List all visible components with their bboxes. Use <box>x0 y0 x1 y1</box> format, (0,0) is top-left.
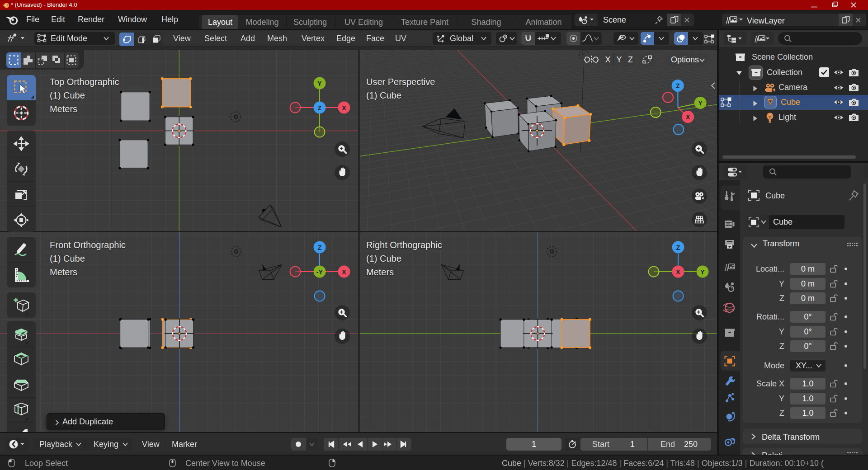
svg-text:Z: Z <box>676 82 680 89</box>
svg-text:Y: Y <box>700 268 705 276</box>
svg-text:Y: Y <box>317 80 322 87</box>
svg-text:Z: Z <box>676 244 680 251</box>
svg-text:Y: Y <box>698 99 703 107</box>
svg-text:X: X <box>676 268 680 276</box>
svg-text:X: X <box>686 113 690 121</box>
svg-text:X: X <box>342 104 346 112</box>
svg-text:-Y: -Y <box>316 268 323 276</box>
svg-text:Z: Z <box>318 104 322 112</box>
svg-text:Z: Z <box>318 244 322 251</box>
svg-text:X: X <box>342 268 346 276</box>
